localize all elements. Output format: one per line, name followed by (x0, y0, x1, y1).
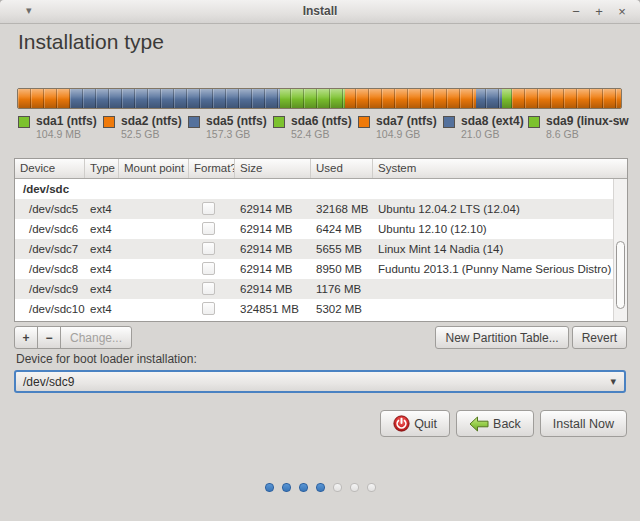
cell-device: /dev/sdc9 (15, 283, 85, 295)
cell-system: Fuduntu 2013.1 (Punny Name Serious Distr… (373, 263, 613, 275)
partition-segment-orange (345, 89, 476, 108)
cell-device: /dev/sdc6 (15, 223, 85, 235)
column-header-device[interactable]: Device (15, 159, 85, 178)
install-now-button[interactable]: Install Now (540, 410, 627, 437)
progress-dot (333, 483, 342, 492)
new-partition-table-button[interactable]: New Partition Table... (435, 326, 568, 349)
column-header-format[interactable]: Format? (189, 159, 235, 178)
table-row-sdc8[interactable]: /dev/sdc8 ext4 62914 MB 8950 MB Fuduntu … (15, 259, 613, 279)
format-checkbox[interactable] (202, 282, 215, 295)
legend-item-sda2: sda2 (ntfs)52.5 GB (102, 115, 187, 145)
partition-table: Device Type Mount point Format? Size Use… (14, 158, 628, 322)
remove-partition-button[interactable]: − (37, 326, 61, 349)
progress-dot (350, 483, 359, 492)
partition-segment-green (280, 89, 345, 108)
partition-segment-orange (512, 89, 621, 108)
change-partition-button[interactable]: Change... (60, 326, 132, 349)
progress-dot (316, 483, 325, 492)
legend-color-swatch (358, 116, 370, 128)
cell-type: ext4 (85, 283, 119, 295)
legend-item-sda8: sda8 (ext4)21.0 GB (442, 115, 527, 145)
legend-item-sda6: sda6 (ntfs)52.4 GB (272, 115, 357, 145)
cell-device: /dev/sdc5 (15, 203, 85, 215)
page-title: Installation type (18, 30, 164, 54)
column-header-system[interactable]: System (373, 159, 627, 178)
legend-color-swatch (528, 116, 540, 128)
column-header-type[interactable]: Type (85, 159, 119, 178)
back-button[interactable]: Back (456, 410, 534, 437)
legend-color-swatch (443, 116, 455, 128)
format-checkbox[interactable] (202, 262, 215, 275)
column-header-mount-point[interactable]: Mount point (119, 159, 189, 178)
minimize-button[interactable]: − (568, 3, 584, 20)
progress-dot (299, 483, 308, 492)
progress-dots (0, 483, 640, 492)
close-button[interactable]: × (614, 3, 630, 20)
legend-label: sda6 (ntfs) (291, 115, 352, 128)
legend-item-sda7: sda7 (ntfs)104.9 GB (357, 115, 442, 145)
table-scrollbar-thumb[interactable] (616, 241, 625, 309)
partition-table-header: Device Type Mount point Format? Size Use… (15, 159, 627, 179)
cell-size: 62914 MB (235, 223, 311, 235)
column-header-size[interactable]: Size (235, 159, 311, 178)
legend-size: 52.4 GB (291, 128, 352, 141)
partition-action-buttons: + − Change... (14, 326, 131, 349)
bootloader-selected-value: /dev/sdc9 (16, 375, 610, 389)
quit-button[interactable]: Quit (380, 410, 450, 437)
table-row-sdc9[interactable]: /dev/sdc9 ext4 62914 MB 1176 MB (15, 279, 613, 299)
cell-size: 62914 MB (235, 263, 311, 275)
progress-dot (265, 483, 274, 492)
format-checkbox[interactable] (202, 222, 215, 235)
legend-label: sda7 (ntfs) (376, 115, 437, 128)
legend-label: sda5 (ntfs) (206, 115, 267, 128)
cell-type: ext4 (85, 223, 119, 235)
maximize-button[interactable]: + (591, 3, 607, 20)
cell-format (189, 282, 235, 297)
cell-system: Ubuntu 12.10 (12.10) (373, 223, 613, 235)
partition-segment-blue (70, 89, 280, 108)
cell-format (189, 302, 235, 317)
legend-size: 8.6 GB (546, 128, 629, 141)
cell-format (189, 242, 235, 257)
install-now-button-label: Install Now (553, 417, 614, 431)
cell-size: 62914 MB (235, 243, 311, 255)
format-checkbox[interactable] (202, 302, 215, 315)
partition-table-body: /dev/sdc /dev/sdc5 ext4 62914 MB 32168 M… (15, 179, 613, 321)
format-checkbox[interactable] (202, 242, 215, 255)
table-row-sdc5[interactable]: /dev/sdc5 ext4 62914 MB 32168 MB Ubuntu … (15, 199, 613, 219)
legend-color-swatch (18, 116, 30, 128)
cell-type: ext4 (85, 263, 119, 275)
table-row-sdc[interactable]: /dev/sdc (15, 179, 613, 199)
cell-used: 1176 MB (311, 283, 373, 295)
table-row-sdc6[interactable]: /dev/sdc6 ext4 62914 MB 6424 MB Ubuntu 1… (15, 219, 613, 239)
revert-button[interactable]: Revert (572, 326, 627, 349)
legend-size: 52.5 GB (121, 128, 182, 141)
window-titlebar[interactable]: ▾ Install − + × (0, 0, 640, 24)
cell-size: 62914 MB (235, 203, 311, 215)
cell-used: 5655 MB (311, 243, 373, 255)
cell-device: /dev/sdc10 (15, 303, 85, 315)
format-checkbox[interactable] (202, 202, 215, 215)
cell-format (189, 202, 235, 217)
add-partition-button[interactable]: + (14, 326, 38, 349)
cell-device: /dev/sdc7 (15, 243, 85, 255)
cell-size: 62914 MB (235, 283, 311, 295)
cell-size: 324851 MB (235, 303, 311, 315)
column-header-used[interactable]: Used (311, 159, 373, 178)
legend-label: sda8 (ext4) (461, 115, 524, 128)
legend-item-sda9: sda9 (linux-sw8.6 GB (527, 115, 640, 145)
bootloader-device-select[interactable]: /dev/sdc9 ▾ (14, 370, 626, 393)
footer-buttons: Quit Back Install Now (380, 410, 627, 437)
table-scrollbar[interactable] (613, 179, 627, 321)
legend-item-sda1: sda1 (ntfs)104.9 MB (17, 115, 102, 145)
table-row-sdc10[interactable]: /dev/sdc10 ext4 324851 MB 5302 MB (15, 299, 613, 319)
legend-label: sda9 (linux-sw (546, 115, 629, 128)
cell-system: Ubuntu 12.04.2 LTS (12.04) (373, 203, 613, 215)
partition-segment-green (502, 89, 512, 108)
cell-system: Linux Mint 14 Nadia (14) (373, 243, 613, 255)
back-arrow-icon (469, 416, 489, 432)
cell-device: /dev/sdc (15, 183, 85, 195)
table-row-sdc7[interactable]: /dev/sdc7 ext4 62914 MB 5655 MB Linux Mi… (15, 239, 613, 259)
partition-bar-segments (18, 89, 621, 108)
cell-used: 6424 MB (311, 223, 373, 235)
